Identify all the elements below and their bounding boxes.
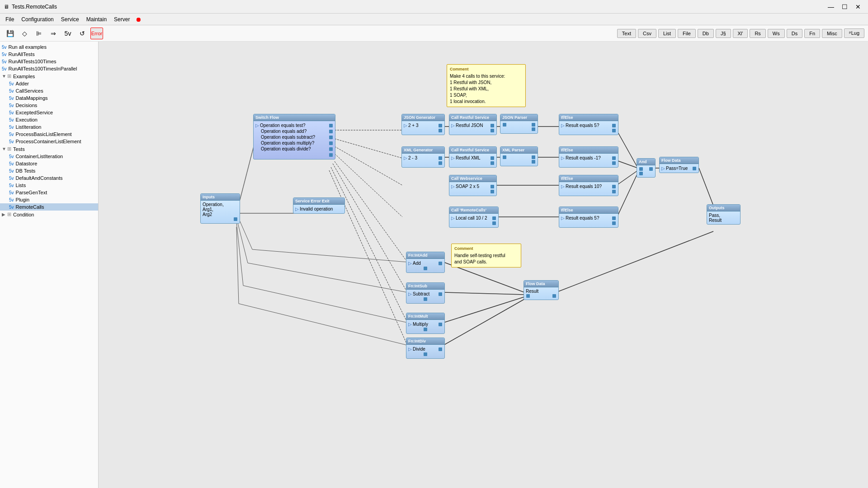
svg-line-28 — [556, 231, 713, 292]
svg-line-3 — [335, 139, 402, 158]
node-fn-intdiv[interactable]: Fn:IntDiv ▷Divide — [406, 338, 445, 359]
sidebar-group-condition[interactable]: ▶ ⊞Condition — [0, 211, 98, 218]
sidebar-item-dbtests[interactable]: 5vDB Tests — [0, 167, 98, 174]
sidebar-item-remotecalls[interactable]: 5vRemoteCalls — [0, 203, 98, 211]
menu-server[interactable]: Server — [110, 15, 133, 24]
tab-ws[interactable]: Ws — [768, 29, 785, 38]
menu-configuration[interactable]: Configuration — [18, 15, 57, 24]
shape-button[interactable]: ◇ — [18, 28, 31, 39]
node-ifelse-remote[interactable]: If/Else ▷Result equals 5? — [559, 206, 618, 228]
minimize-button[interactable]: — — [825, 2, 837, 11]
canvas-area[interactable]: Comment Make 4 calls to this service:1 R… — [99, 42, 868, 488]
comment-top: Comment Make 4 calls to this service:1 R… — [447, 64, 526, 107]
tab-db[interactable]: Db — [698, 29, 714, 38]
node-inputs[interactable]: Inputs Operation, Arg1, Arg2 — [200, 193, 240, 224]
tab-ds[interactable]: Ds — [787, 29, 802, 38]
svg-line-18 — [617, 130, 638, 168]
node-ifelse-json[interactable]: If/Else ▷Result equals 5? — [559, 114, 618, 135]
tab-rs[interactable]: Rs — [750, 29, 765, 38]
tab-misc[interactable]: Misc — [822, 29, 842, 38]
svg-line-4 — [335, 146, 402, 185]
sidebar-item-lists[interactable]: 5vLists — [0, 182, 98, 189]
node-fn-intadd[interactable]: Fn:IntAdd ▷Add — [406, 252, 445, 273]
sidebar-item-listiteration[interactable]: 5vListIteration — [0, 123, 98, 131]
sidebar-item-processcontainer[interactable]: 5vProcessContainerListElement — [0, 138, 98, 145]
close-button[interactable]: ✕ — [852, 2, 864, 11]
svg-line-9 — [329, 170, 407, 345]
sidebar-item-runall100[interactable]: 5vRunAllTests100Times — [0, 58, 98, 65]
error-button[interactable]: Error — [90, 28, 103, 39]
tab-xl[interactable]: Xl' — [733, 29, 748, 38]
tab-list[interactable]: List — [658, 29, 676, 38]
sidebar-item-decisions[interactable]: 5vDecisions — [0, 102, 98, 109]
node-xml-generator[interactable]: XML Generator ▷2 - 3 — [401, 146, 445, 168]
sidebar-item-adder[interactable]: 5vAdder — [0, 80, 98, 87]
main-area: 5vRun all examples 5vRunAllTests 5vRunAl… — [0, 42, 868, 488]
node-and[interactable]: And — [637, 158, 656, 178]
node-ifelse-soap[interactable]: If/Else ▷Result equals 10? — [559, 175, 618, 196]
node-json-parser[interactable]: JSON Parser — [500, 114, 538, 134]
maximize-button[interactable]: ☐ — [838, 2, 851, 11]
sidebar-item-plugin[interactable]: 5vPlugin — [0, 196, 98, 203]
sidebar-item-runallparallel[interactable]: 5vRunAllTests100TimesInParallel — [0, 65, 98, 72]
menu-file[interactable]: File — [2, 15, 18, 24]
tab-text[interactable]: Text — [617, 29, 636, 38]
sidebar-item-datamappings[interactable]: 5vDataMappings — [0, 94, 98, 102]
node-xml-parser[interactable]: XML Parser — [500, 146, 538, 166]
svg-line-27 — [443, 299, 524, 345]
sidebar-item-runalltests[interactable]: 5vRunAllTests — [0, 51, 98, 58]
tab-csv[interactable]: Csv — [638, 29, 656, 38]
sidebar-item-processbasic[interactable]: 5vProcessBasicListElement — [0, 131, 98, 138]
comment-bottom: Comment Handle self-testing restfuland S… — [451, 244, 521, 267]
toolbar-right: Text Csv List File Db J§ Xl' Rs Ws Ds Fn… — [617, 28, 864, 38]
node-fn-intsub[interactable]: Fn:IntSub ▷Subtract — [406, 282, 445, 304]
sidebar-item-parsegentext[interactable]: 5vParseGenText — [0, 189, 98, 196]
svg-line-21 — [617, 173, 638, 218]
node-call-webservice[interactable]: Call Webservice ▷SOAP 2 x 5 — [449, 175, 497, 196]
sidebar-item-execution[interactable]: 5vExecution — [0, 116, 98, 123]
node-call-remotecalls[interactable]: Call 'RemoteCalls' ▷Local call 10 / 2 — [449, 206, 499, 228]
sidebar-group-examples[interactable]: ▼ ⊞Examples — [0, 72, 98, 80]
node-service-error[interactable]: Service Error Exit ▷Invalid operation — [293, 197, 345, 214]
sidebar-item-exceptedservice[interactable]: 5vExceptedService — [0, 109, 98, 116]
svg-line-19 — [617, 160, 638, 168]
window-title: Tests.RemoteCalls — [12, 4, 57, 10]
node-flow-data-true[interactable]: Flow Data ▷Pass=True — [659, 157, 699, 173]
sidebar: 5vRun all examples 5vRunAllTests 5vRunAl… — [0, 42, 99, 488]
sidebar-item-callservices[interactable]: 5vCallServices — [0, 87, 98, 94]
app-icon: 🖥 — [4, 4, 9, 10]
tab-js[interactable]: J§ — [716, 29, 731, 38]
tab-plug[interactable]: ᵖLug — [844, 28, 864, 38]
svg-line-26 — [443, 297, 524, 323]
node-ifelse-xml[interactable]: If/Else ▷Result equals -1? — [559, 146, 618, 168]
svg-line-8 — [331, 167, 407, 323]
svg-line-6 — [335, 161, 407, 262]
node-call-restful-xml[interactable]: Call Restful Service ▷Restful XML — [449, 146, 497, 168]
sidebar-group-tests[interactable]: ▼ ⊞Tests — [0, 145, 98, 153]
tab-fn[interactable]: Fn — [804, 29, 820, 38]
node-switch-flow[interactable]: Switch Flow ▷Operation equals test? Oper… — [253, 114, 335, 160]
stop-button[interactable]: ⏺ — [135, 16, 142, 23]
save-button[interactable]: 💾 — [4, 28, 16, 39]
sidebar-item-containerlist[interactable]: 5vContainerListIteration — [0, 153, 98, 160]
menu-service[interactable]: Service — [57, 15, 83, 24]
refresh-button[interactable]: ↺ — [76, 28, 89, 39]
svg-line-25 — [443, 292, 524, 295]
menu-bar: File Configuration Service Maintain Serv… — [0, 14, 868, 25]
svg-line-7 — [333, 164, 407, 292]
sidebar-item-run-all[interactable]: 5vRun all examples — [0, 43, 98, 51]
sidebar-item-datastore[interactable]: 5vDatastore — [0, 160, 98, 167]
node-json-generator[interactable]: JSON Generator ▷2 + 3 — [401, 114, 445, 135]
node-fn-intmult[interactable]: Fn:IntMult ▷Multiply — [406, 313, 445, 334]
arrow-button[interactable]: ⇒ — [47, 28, 60, 39]
list-button[interactable]: ⊫ — [33, 28, 45, 39]
node-call-restful-json[interactable]: Call Restful Service ▷Restful JSON — [449, 114, 497, 135]
node-outputs[interactable]: Outputs Pass, Result — [707, 204, 741, 225]
sidebar-item-defaultconst[interactable]: 5vDefaultAndConstants — [0, 174, 98, 182]
tab-file[interactable]: File — [678, 29, 696, 38]
menu-maintain[interactable]: Maintain — [83, 15, 110, 24]
toolbar: 💾 ◇ ⊫ ⇒ 5v ↺ Error Text Csv List File Db… — [0, 25, 868, 42]
version-button[interactable]: 5v — [61, 28, 74, 39]
node-flow-data-result[interactable]: Flow Data Result — [524, 280, 559, 300]
title-bar: 🖥 Tests.RemoteCalls — ☐ ✕ — [0, 0, 868, 14]
